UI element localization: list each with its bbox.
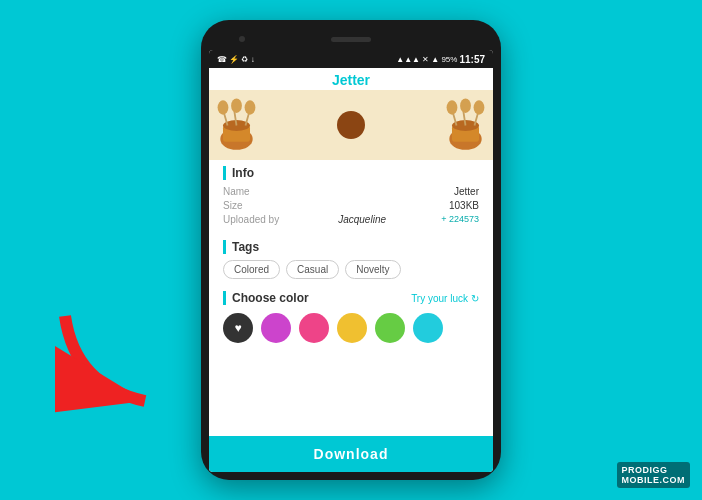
refresh-icon: ↻ [471, 293, 479, 304]
tags-row: Colored Casual Novelty [223, 260, 479, 279]
app-title: Jetter [332, 72, 370, 88]
banner-right-decoration [443, 98, 488, 153]
watermark-line2: MOBILE.COM [622, 475, 686, 485]
info-value-name: Jetter [454, 186, 479, 197]
svg-point-15 [447, 100, 458, 114]
info-row-uploaded: Uploaded by Jacqueline + 224573 [223, 214, 479, 225]
color-circle-3[interactable] [337, 313, 367, 343]
phone-frame: ☎ ⚡ ♻ ↓ ▲▲▲ ✕ ▲ 95% 11:57 Jetter [201, 20, 501, 480]
phone-top-bar [209, 28, 493, 50]
status-icons-left: ☎ ⚡ ♻ ↓ [217, 55, 255, 64]
info-label-name: Name [223, 186, 283, 197]
color-circle-4[interactable] [375, 313, 405, 343]
banner-left-decoration [214, 98, 259, 153]
watermark-line1: PRODIGG [622, 465, 686, 475]
info-value-uploader: Jacqueline [338, 214, 386, 225]
banner-center-item [337, 111, 365, 139]
status-bar: ☎ ⚡ ♻ ↓ ▲▲▲ ✕ ▲ 95% 11:57 [209, 50, 493, 68]
watermark: PRODIGG MOBILE.COM [617, 462, 691, 488]
svg-point-16 [460, 98, 471, 112]
signal-icon: ▲▲▲ [396, 55, 420, 64]
info-label-size: Size [223, 200, 283, 211]
svg-point-6 [218, 100, 229, 114]
try-luck-button[interactable]: Try your luck ↻ [411, 293, 479, 304]
download-button[interactable]: Download [209, 436, 493, 472]
phone-speaker [331, 37, 371, 42]
color-circle-5[interactable] [413, 313, 443, 343]
info-title: Info [223, 166, 479, 180]
tag-colored[interactable]: Colored [223, 260, 280, 279]
status-left-icons: ☎ ⚡ ♻ ↓ [217, 55, 255, 64]
color-header: Choose color Try your luck ↻ [223, 291, 479, 305]
color-circle-0[interactable] [223, 313, 253, 343]
phone-screen: ☎ ⚡ ♻ ↓ ▲▲▲ ✕ ▲ 95% 11:57 Jetter [209, 50, 493, 472]
color-circle-2[interactable] [299, 313, 329, 343]
status-time: 11:57 [459, 54, 485, 65]
color-circles [223, 313, 479, 343]
color-title: Choose color [223, 291, 309, 305]
info-value-size: 103KB [449, 200, 479, 211]
info-row-size: Size 103KB [223, 200, 479, 211]
info-row-name: Name Jetter [223, 186, 479, 197]
banner-area [209, 90, 493, 160]
download-label: Download [314, 446, 389, 462]
tags-section: Tags Colored Casual Novelty [209, 234, 493, 285]
info-label-uploaded: Uploaded by [223, 214, 283, 225]
try-luck-label: Try your luck [411, 293, 468, 304]
color-section: Choose color Try your luck ↻ [209, 285, 493, 349]
arrow-container [55, 306, 175, 420]
svg-point-8 [245, 100, 256, 114]
svg-point-7 [231, 98, 242, 112]
svg-point-17 [474, 100, 485, 114]
scroll-content: Info Name Jetter Size 103KB Uploaded by … [209, 160, 493, 436]
info-section: Info Name Jetter Size 103KB Uploaded by … [209, 160, 493, 234]
tag-novelty[interactable]: Novelty [345, 260, 400, 279]
red-arrow [55, 306, 175, 416]
color-circle-1[interactable] [261, 313, 291, 343]
app-header: Jetter [209, 68, 493, 90]
tags-title: Tags [223, 240, 479, 254]
battery-icon: ✕ ▲ 95% [422, 55, 457, 64]
tag-casual[interactable]: Casual [286, 260, 339, 279]
info-value-count: + 224573 [441, 214, 479, 225]
phone-camera [239, 36, 245, 42]
status-right-icons: ▲▲▲ ✕ ▲ 95% 11:57 [396, 54, 485, 65]
